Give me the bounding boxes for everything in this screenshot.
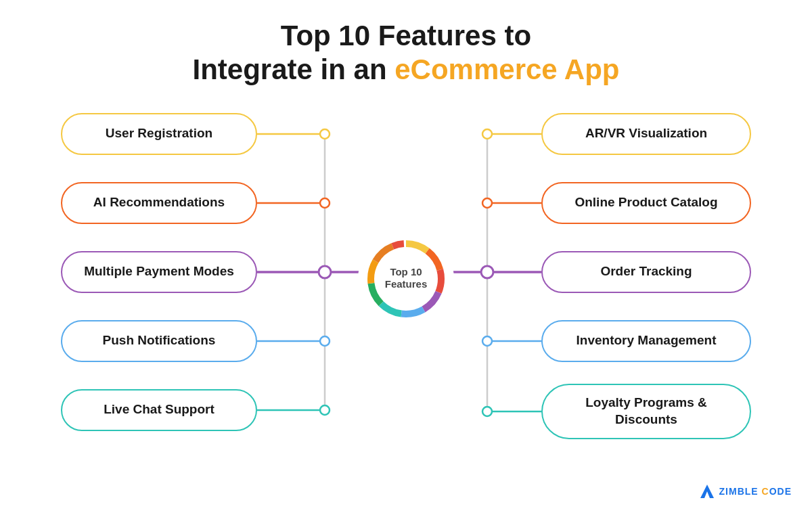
svg-point-14 xyxy=(320,129,330,139)
svg-point-23 xyxy=(482,407,492,416)
svg-point-20 xyxy=(482,198,492,208)
svg-marker-39 xyxy=(700,485,714,498)
svg-text:Top 10: Top 10 xyxy=(390,266,422,277)
logo-accent: C xyxy=(762,486,769,497)
feature-loyalty: Loyalty Programs &Discounts xyxy=(541,384,751,439)
zimble-logo-icon xyxy=(698,482,717,501)
page-wrapper: Top 10 Features to Integrate in an eComm… xyxy=(0,0,812,513)
feature-push-notifications: Push Notifications xyxy=(61,320,257,362)
svg-point-22 xyxy=(482,336,492,346)
feature-ar-vr: AR/VR Visualization xyxy=(541,113,751,155)
feature-payment-modes: Multiple Payment Modes xyxy=(61,251,257,293)
title-section: Top 10 Features to Integrate in an eComm… xyxy=(193,19,620,87)
feature-order-tracking: Order Tracking xyxy=(541,251,751,293)
svg-point-16 xyxy=(319,266,331,278)
diagram-area: Top 10 Features User Registration AI Rec… xyxy=(34,99,778,458)
feature-product-catalog: Online Product Catalog xyxy=(541,182,751,224)
feature-ai-recommendations: AI Recommendations xyxy=(61,182,257,224)
svg-point-19 xyxy=(482,129,492,139)
logo-text: ZIMBLE CODE xyxy=(719,486,792,497)
title-prefix: Integrate in an xyxy=(193,53,395,85)
svg-point-18 xyxy=(320,405,330,415)
center-donut: Top 10 Features xyxy=(362,235,450,323)
feature-user-registration: User Registration xyxy=(61,113,257,155)
svg-point-15 xyxy=(320,198,330,208)
feature-inventory: Inventory Management xyxy=(541,320,751,362)
center-circle: Top 10 Features xyxy=(362,235,450,323)
title-line1: Top 10 Features to xyxy=(193,19,620,53)
title-line2: Integrate in an eCommerce App xyxy=(193,53,620,87)
svg-point-21 xyxy=(481,266,493,278)
logo-area: ZIMBLE CODE xyxy=(698,482,792,501)
svg-text:Features: Features xyxy=(385,278,428,290)
title-accent: eCommerce App xyxy=(394,53,619,85)
svg-point-17 xyxy=(320,336,330,346)
feature-live-chat: Live Chat Support xyxy=(61,389,257,431)
